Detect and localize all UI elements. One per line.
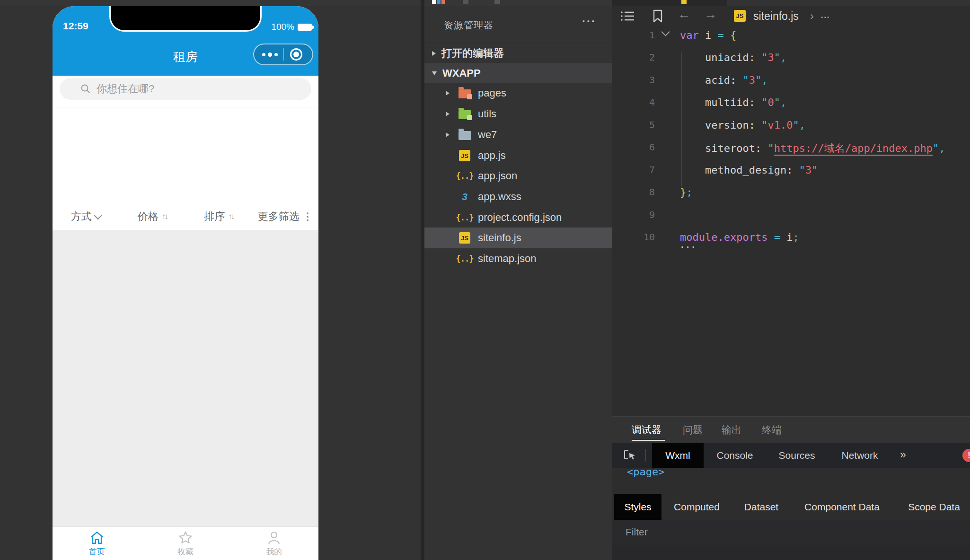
battery-percent: 100% [271,22,294,32]
close-target-icon[interactable] [290,48,302,61]
filter-method[interactable]: 方式 [53,203,119,230]
filter-bar: 方式 价格 ↑↓ 排序 ↑↓ 更多筛选 ⋮ [53,203,318,230]
json-file-icon: {..} [458,213,472,222]
star-icon [178,530,193,545]
code-line: 4 multiid: "0", [612,96,970,109]
editor-tab-fragment[interactable] [612,0,727,6]
tab-styles[interactable]: Styles [614,494,661,520]
breadcrumb-filename[interactable]: siteinfo.js [753,10,799,23]
toolbar-fragment-icon [463,0,468,4]
tree-item-pages[interactable]: pages [424,83,612,104]
tree-item-project-config[interactable]: {..} project.config.json [424,207,612,228]
tab-computed[interactable]: Computed [670,494,724,520]
styles-tab-bar: Styles Computed Dataset Component Data S… [612,494,970,520]
toolbar-fragment-icon [432,0,445,4]
tab-bar: 首页 收藏 我的 [53,526,318,560]
tree-item-app-js[interactable]: JS app.js [424,145,612,166]
inspector-tab-bar: Wxml Console Sources Network » ! [612,443,970,468]
search-input[interactable]: 你想住在哪? [60,78,311,100]
more-menu-icon[interactable] [262,52,278,57]
styles-filter-input[interactable]: Filter [612,520,970,545]
section-project-root[interactable]: WXAPP [424,63,612,83]
panel-tab-bar: 调试器 问题 输出 终端 [612,417,970,443]
tree-item-sitemap-json[interactable]: {..} sitemap.json [424,248,612,269]
code-line: 10 module.exports = i; [612,231,970,244]
tree-item-siteinfo-js[interactable]: JS siteinfo.js [424,228,612,248]
tree-item-app-json[interactable]: {..} app.json [424,166,612,186]
element-node-page[interactable]: <page> [627,468,664,478]
toolbar-fragment-icon [494,0,500,4]
tree-item-utils[interactable]: utils [424,104,612,124]
code-line: 9 [612,209,970,221]
hint-marker: ··· [680,243,697,252]
sort-icon: ↑↓ [228,212,233,221]
filter-more[interactable]: 更多筛选 ⋮ [252,203,319,230]
filter-sort[interactable]: 排序 ↑↓ [185,203,252,230]
navigation-bar: 12:59 100% 租房 [53,6,318,76]
empty-list-area [53,231,318,526]
forward-arrow-icon[interactable]: → [704,7,717,22]
breadcrumb-bar: ← → JS siteinfo.js › ... [612,6,970,26]
explorer-title: 资源管理器 [444,19,494,32]
tree-item-we7[interactable]: we7 [424,124,612,145]
explorer-panel: 资源管理器 ··· 打开的编辑器 WXAPP pages utils [424,6,612,560]
mini-program-simulator: 12:59 100% 租房 你想住在哪? 方 [53,6,318,560]
js-file-icon: JS [458,150,472,161]
code-line: 1 var i = { [612,29,970,42]
section-open-editors[interactable]: 打开的编辑器 [424,43,612,63]
sort-icon: ↑↓ [162,212,167,221]
tab-favorites[interactable]: 收藏 [141,527,229,560]
tab-dataset[interactable]: Dataset [742,494,780,520]
window-top-strip [0,0,970,6]
folder-utils-icon [458,109,472,119]
tab-problems[interactable]: 问题 [683,423,703,437]
wxss-file-icon: 3 [458,191,472,202]
outline-list-icon[interactable] [620,10,636,23]
tab-sources[interactable]: Sources [778,443,816,468]
tree-item-app-wxss[interactable]: 3 app.wxss [424,186,612,207]
collapse-arrow-icon [446,112,450,116]
tab-scope-data[interactable]: Scope Data [903,494,965,520]
code-area[interactable]: 1 var i = { 2 uniacid: "3", 3 acid: "3",… [612,26,970,416]
tab-profile[interactable]: 我的 [230,527,318,560]
js-file-icon: JS [734,10,746,22]
code-editor: ← → JS siteinfo.js › ... 1 var i = { 2 u… [612,6,970,416]
wechat-devtools-window: 12:59 100% 租房 你想住在哪? 方 [0,0,970,560]
tab-output[interactable]: 输出 [722,423,741,437]
code-line: 6 siteroot: "https://域名/app/index.php", [612,141,970,154]
filter-price[interactable]: 价格 ↑↓ [119,203,186,230]
panel-sash[interactable] [421,0,424,560]
code-line: 8 }; [612,186,970,199]
explorer-more-icon[interactable]: ··· [582,15,596,28]
breadcrumb-symbol[interactable]: ... [820,8,829,21]
expand-arrow-icon [432,71,437,75]
code-line: 3 acid: "3", [612,74,970,87]
tab-terminal[interactable]: 终端 [762,423,782,437]
search-placeholder: 你想住在哪? [97,82,154,96]
capsule-menu[interactable] [253,44,313,65]
home-icon [89,530,105,545]
phone-notch [109,6,262,32]
tab-network[interactable]: Network [838,443,882,468]
tab-debugger[interactable]: 调试器 [632,423,661,437]
tab-home[interactable]: 首页 [53,527,141,560]
tab-component-data[interactable]: Component Data [799,494,885,520]
code-line: 2 uniacid: "3", [612,52,970,64]
tab-wxml[interactable]: Wxml [652,443,704,468]
url-link[interactable]: https://域名/app/index.php [774,142,933,156]
debugger-panel: 调试器 问题 输出 终端 Wxml Console Sources Networ… [612,416,970,560]
elements-tree: <page> [612,468,970,494]
collapse-arrow-icon [446,132,450,137]
tab-console[interactable]: Console [715,443,755,468]
inspect-element-icon[interactable] [623,448,637,463]
status-time: 12:59 [63,20,88,32]
code-line: 7 method_design: "3" [612,164,970,176]
back-arrow-icon[interactable]: ← [678,7,690,22]
tab-js-icon-fragment [681,0,687,4]
error-count-badge[interactable]: ! [962,449,970,462]
breadcrumb-separator: › [810,9,814,23]
tab-overflow-icon[interactable]: » [900,448,906,461]
divider [53,107,318,107]
folder-pages-icon [458,88,472,98]
bookmark-icon[interactable] [652,9,663,23]
